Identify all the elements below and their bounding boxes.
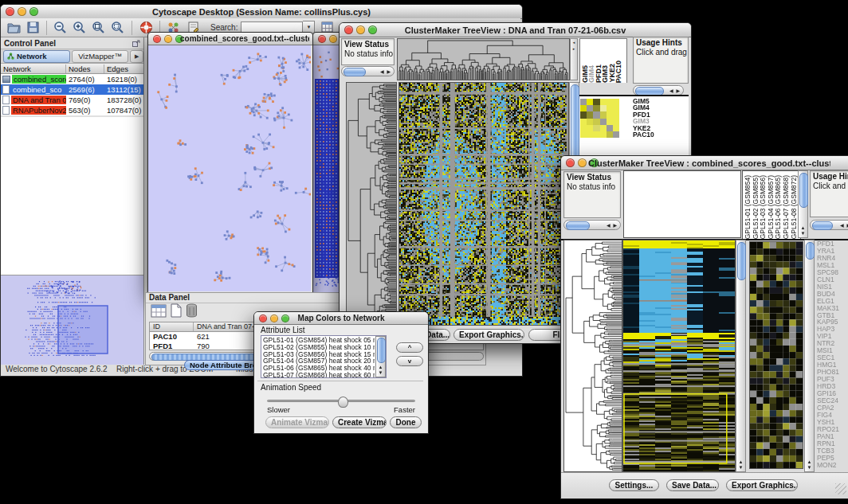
minimize-icon[interactable] [18, 7, 26, 16]
col-nodes[interactable]: Nodes [66, 64, 104, 73]
tv1-row-dendrogram[interactable] [346, 82, 397, 326]
tv1-column-label[interactable]: GIM3 [602, 65, 608, 83]
tv1-view-status-panel: View Status No status info f [341, 38, 395, 65]
network-view-window-a: combined_scores_good.txt--cluste... [147, 32, 313, 293]
zoom-fit-icon[interactable] [91, 20, 107, 36]
attribute-list-item[interactable]: GPL51-03 (GSM856) heat shock 15 min [263, 351, 375, 358]
tv1-matrix-label[interactable]: PAC10 [633, 131, 654, 138]
attribute-list-item[interactable]: GPL51-06 (GSM865) heat shock 40 min [263, 365, 375, 372]
tv1-usage-hints-title: Usage Hints [634, 37, 688, 48]
network-table-header: Network Nodes Edges [1, 64, 143, 74]
network-row[interactable]: combined_scores 2764(0) 16218(0) [1, 74, 143, 84]
tv1-column-scroll-strip[interactable]: ◂▸ [570, 38, 578, 80]
close-icon[interactable] [344, 25, 353, 34]
birdseye-canvas[interactable] [2, 277, 142, 363]
gene-label[interactable]: MON2 [817, 462, 848, 469]
network-row[interactable]: DNA and Tran 07 769(0) 183728(0) [1, 95, 143, 105]
tv2-heatmap-vscrollbar[interactable] [736, 240, 746, 472]
tv1-column-dendrogram[interactable] [397, 38, 570, 80]
new-document-icon[interactable] [170, 303, 183, 321]
close-icon[interactable] [6, 7, 14, 16]
minimize-icon[interactable] [356, 25, 365, 34]
tv2-zoom-heatmap[interactable] [749, 241, 803, 469]
move-up-button[interactable]: ^ [396, 342, 423, 353]
tv1-export-graphics-button[interactable]: Export Graphics... [453, 329, 524, 341]
similarity-matrix[interactable] [580, 99, 619, 138]
trash-icon[interactable] [186, 303, 198, 321]
network-a-title-bar[interactable]: combined_scores_good.txt--cluste... [148, 33, 312, 45]
control-panel: Control Panel Network VizMapper™ ▶ Netwo… [1, 37, 144, 365]
resize-grip[interactable] [835, 483, 846, 494]
animate-vizmap-button[interactable]: Animate Vizmap [265, 416, 329, 428]
tab-network[interactable]: Network [3, 50, 70, 63]
data-col-id[interactable]: ID [150, 322, 194, 331]
treeview1-title-bar[interactable]: ClusterMaker TreeView : DNA and Tran 07-… [340, 23, 691, 37]
zoom-selected-icon[interactable] [110, 20, 126, 36]
network-a-canvas[interactable] [148, 45, 311, 291]
tv2-view-status-line: No status info [564, 182, 620, 193]
table-grid-icon[interactable] [151, 304, 167, 321]
create-vizmap-button[interactable]: Create Vizmap [332, 416, 387, 428]
minimize-icon[interactable] [164, 35, 172, 43]
tv2-save-data-button[interactable]: Save Data... [666, 479, 719, 491]
attribute-list-label: Attribute List [261, 326, 305, 334]
treeview1-title: ClusterMaker TreeView : DNA and Tran 07-… [367, 25, 664, 35]
close-icon[interactable] [566, 158, 575, 167]
minimize-icon[interactable] [329, 35, 337, 43]
network-row[interactable]: RNAPuberNov2+l 563(0) 107847(0) [1, 105, 143, 115]
tv1-usage-hints-line: Click and drag to [634, 48, 688, 58]
close-icon[interactable] [259, 315, 267, 322]
open-folder-icon[interactable] [6, 20, 22, 36]
attribute-list-item[interactable]: GPL51-07 (GSM868) heat shock 60 min [263, 372, 375, 378]
tab-overflow-button[interactable]: ▶ [130, 50, 143, 63]
network-a-title: combined_scores_good.txt--cluste... [180, 34, 309, 43]
dialog-title-bar[interactable]: Map Colors to Network [254, 312, 428, 325]
tv2-labels-vscrollbar[interactable] [798, 170, 808, 238]
minimize-icon[interactable] [270, 315, 278, 322]
attribute-list-item[interactable]: GPL51-01 (GSM854) heat shock 05 min [263, 337, 375, 344]
tv2-heatmap[interactable] [622, 240, 736, 472]
close-icon[interactable] [153, 35, 161, 43]
tv2-zoom-vscrollbar[interactable] [804, 240, 815, 472]
tv2-row-dendrogram[interactable] [563, 240, 622, 472]
zoom-in-icon[interactable] [72, 20, 88, 36]
network-row[interactable]: combined_sco 2569(6) 13112(15) [1, 84, 143, 95]
tv1-column-labels: GIM5GIM4PFD1GIM3YKE2PAC10 [579, 38, 627, 83]
network-edges: 107847(0) [104, 106, 141, 115]
attribute-list-vscrollbar[interactable] [375, 336, 386, 377]
tv2-settings-button[interactable]: Settings... [609, 479, 659, 491]
status-welcome: Welcome to Cytoscape 2.6.2 [6, 365, 108, 373]
slider-thumb[interactable] [338, 397, 348, 408]
tv2-hints-hscrollbar[interactable] [810, 220, 848, 230]
network-icon [2, 106, 10, 115]
toolbar-separator [132, 21, 132, 35]
main-title-bar[interactable]: Cytoscape Desktop (Session Name: collins… [1, 5, 522, 19]
tv2-usage-hints-line: Click and drag to [811, 182, 848, 192]
float-panel-icon[interactable] [132, 36, 140, 50]
tv1-column-label[interactable]: PAC10 [615, 61, 622, 83]
col-network[interactable]: Network [1, 64, 66, 73]
attribute-list-item[interactable]: GPL51-02 (GSM855) heat shock 10 min [263, 344, 375, 351]
tab-vizmapper[interactable]: VizMapper™ [72, 50, 129, 63]
treeview2-title-bar[interactable]: ClusterMaker TreeView : combined_scores_… [561, 156, 848, 170]
move-down-button[interactable]: v [396, 356, 423, 366]
attribute-list-item[interactable]: GPL51-04 (GSM857) heat shock 20 min [263, 357, 375, 365]
tv2-column-tree-area[interactable] [623, 170, 741, 238]
close-icon[interactable] [318, 35, 326, 43]
attribute-listbox[interactable]: GPL51-01 (GSM854) heat shock 05 minGPL51… [261, 335, 387, 378]
tv1-matrix-labels: GIM5GIM4PFD1GIM3YKE2PAC10 [633, 98, 654, 138]
done-button[interactable]: Done [390, 416, 422, 428]
tv2-column-label[interactable]: GPL51-08 (GSM872) [791, 175, 799, 239]
minimize-icon[interactable] [578, 158, 587, 167]
save-icon[interactable] [25, 20, 41, 36]
network-list-empty-area[interactable] [1, 117, 143, 275]
tv2-status-hscrollbar[interactable] [563, 220, 621, 230]
tv1-heatmap[interactable] [398, 82, 569, 326]
network-nodes: 2764(0) [66, 75, 104, 84]
animation-speed-slider[interactable] [267, 400, 415, 402]
col-edges[interactable]: Edges [104, 64, 141, 73]
tv1-status-hscrollbar[interactable] [341, 66, 395, 76]
zoom-out-icon[interactable] [53, 20, 69, 36]
tv2-export-graphics-button[interactable]: Export Graphics... [726, 479, 798, 491]
network-table: combined_scores 2764(0) 16218(0) combine… [1, 74, 143, 115]
